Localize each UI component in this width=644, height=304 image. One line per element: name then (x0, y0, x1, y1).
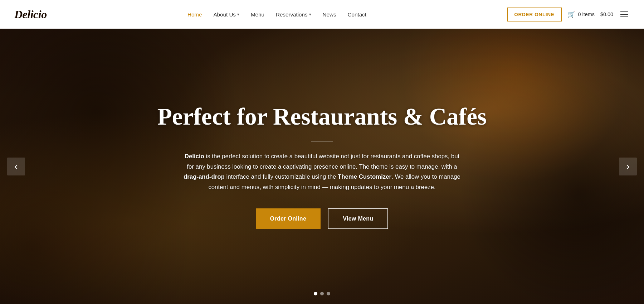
hamburger-line-3 (620, 16, 628, 17)
site-header: Delicio HomeAbout Us▾MenuReservations▾Ne… (0, 0, 644, 29)
nav-item-news[interactable]: News (323, 11, 336, 18)
slider-dot-2[interactable] (320, 292, 324, 295)
nav-item-home[interactable]: Home (187, 11, 202, 18)
slider-dots (314, 292, 330, 295)
nav-item-menu[interactable]: Menu (251, 11, 264, 18)
hero-bold-theme: Theme Customizer (338, 173, 391, 180)
hero-bold-drag: drag-and-drop (184, 173, 225, 180)
hero-buttons: Order Online View Menu (256, 208, 389, 229)
nav-item-contact[interactable]: Contact (348, 11, 366, 18)
site-logo[interactable]: Delicio (14, 8, 47, 21)
cart-area[interactable]: 🛒 0 items – $0.00 (567, 11, 613, 18)
hamburger-line-2 (620, 14, 628, 15)
hamburger-menu[interactable] (619, 10, 630, 19)
hero-text-2: interface and fully customizable using t… (225, 173, 338, 180)
hero-order-button[interactable]: Order Online (256, 208, 321, 229)
nav-item-about[interactable]: About Us▾ (213, 11, 239, 18)
slider-prev-button[interactable]: ‹ (7, 158, 25, 175)
hero-text-1: is the perfect solution to create a beau… (187, 153, 459, 170)
hero-menu-button[interactable]: View Menu (328, 208, 388, 229)
nav-chevron-about: ▾ (237, 12, 239, 17)
cart-icon: 🛒 (567, 11, 575, 18)
hero-title: Perfect for Restaurants & Cafés (157, 103, 487, 130)
main-nav: HomeAbout Us▾MenuReservations▾NewsContac… (187, 11, 366, 18)
header-right: ORDER ONLINE 🛒 0 items – $0.00 (507, 8, 630, 21)
cart-label: 0 items – $0.00 (578, 11, 613, 17)
hero-brand-name: Delicio (185, 153, 204, 160)
slider-next-button[interactable]: › (619, 158, 637, 175)
slider-dot-1[interactable] (314, 292, 317, 295)
hero-divider (311, 141, 333, 141)
order-online-header-button[interactable]: ORDER ONLINE (507, 8, 561, 21)
nav-chevron-reservations: ▾ (309, 12, 311, 17)
nav-item-reservations[interactable]: Reservations▾ (276, 11, 311, 18)
hamburger-line-1 (620, 11, 628, 12)
hero-content: Perfect for Restaurants & Cafés Delicio … (0, 29, 644, 304)
hero-section: ‹ › Perfect for Restaurants & Cafés Deli… (0, 29, 644, 304)
hero-description: Delicio is the perfect solution to creat… (182, 151, 462, 192)
slider-dot-3[interactable] (327, 292, 330, 295)
